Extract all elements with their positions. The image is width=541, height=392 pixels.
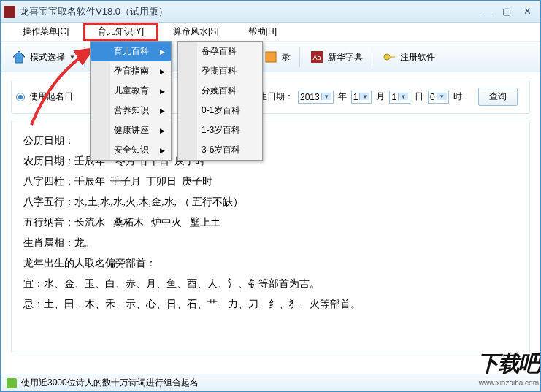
submenu2-item-childbirth[interactable]: 分娩百科 [178,81,262,101]
statusbar: 使用近3000位诗人的数十万诗词进行组合起名 [1,374,540,391]
menu-fortune[interactable]: 算命风水[S] [158,23,234,41]
home-icon [11,49,27,65]
month-select[interactable]: 1▼ [351,91,372,104]
submenu2-item-1-3[interactable]: 1-3岁百科 [178,120,262,140]
toolbar-separator [84,47,85,67]
chevron-right-icon: ▶ [160,88,165,95]
menubar: 操作菜单[C] 育儿知识[Y] 算命风水[S] 帮助[H] [1,23,540,42]
submenu-item-nutrition[interactable]: 营养知识▶ [91,101,171,120]
submenu2-item-3-6[interactable]: 3-6岁百科 [178,140,262,160]
submenu-encyclopedia: 备孕百科 孕期百科 分娩百科 0-1岁百科 1-3岁百科 3-6岁百科 [177,41,263,161]
close-button[interactable]: ✕ [517,4,537,19]
submenu-item-child-education[interactable]: 儿童教育▶ [91,81,171,101]
chevron-right-icon: ▶ [160,127,165,134]
chevron-right-icon: ▶ [160,107,165,115]
result-line: 宜：水、金、玉、白、赤、月、鱼、酉、人、氵、钅等部首为吉。 [23,274,518,294]
submenu-item-pregnancy-guide[interactable]: 孕育指南▶ [91,61,171,81]
filter-row: 使用起名日 出生日期： 2013▼ 年 1▼ 月 1▼ 日 0▼ 时 查询 [11,80,530,114]
titlebar: 龙喜宝宝取名软件V18.0（试用版） — ▢ ✕ [1,1,540,23]
submenu-item-health-lecture[interactable]: 健康讲座▶ [91,120,171,140]
svg-text:Aa: Aa [312,54,321,61]
result-line: 龙年出生的人取名偏旁部首： [23,253,518,274]
chevron-right-icon: ▶ [160,147,165,154]
svg-rect-4 [389,56,395,58]
chevron-down-icon: ▼ [398,93,408,100]
minimize-button[interactable]: — [476,4,496,19]
submenu-parenting: 育儿百科▶ 孕育指南▶ 儿童教育▶ 营养知识▶ 健康讲座▶ 安全知识▶ [90,41,172,161]
svg-rect-0 [266,52,276,62]
result-line: 忌：土、田、木、禾、示、心、日、石、艹、力、刀、纟、犭、火等部首。 [23,294,518,315]
result-line: 八字五行：水,土,水,水,火,木,金,水, （ 五行不缺） [23,192,518,212]
chevron-down-icon: ▼ [321,93,331,100]
use-date-radio[interactable] [16,93,25,101]
result-line: 生肖属相：龙。 [23,233,518,253]
xinhua-dict-button[interactable]: Aa 新华字典 [303,47,369,67]
hour-select[interactable]: 0▼ [428,91,449,104]
submenu2-item-prepregnancy[interactable]: 备孕百科 [178,42,262,61]
status-icon [7,378,17,388]
window-controls: — ▢ ✕ [476,4,537,19]
window-title: 龙喜宝宝取名软件V18.0（试用版） [20,5,476,18]
chevron-right-icon: ▶ [160,68,165,75]
year-select[interactable]: 2013▼ [298,91,334,104]
chevron-down-icon: ▼ [437,93,447,100]
submenu2-item-0-1[interactable]: 0-1岁百科 [178,101,262,120]
toolbar: 模式选择 ▼ 录 Aa 新华字典 注册软件 [1,42,540,72]
watermark: 下载吧 www.xiazaiba.com [477,349,539,387]
day-select[interactable]: 1▼ [389,91,410,104]
key-icon [381,49,397,65]
book-icon [263,49,279,65]
content-area: 使用起名日 出生日期： 2013▼ 年 1▼ 月 1▼ 日 0▼ 时 查询 公历… [1,72,540,361]
status-text: 使用近3000位诗人的数十万诗词进行组合起名 [21,377,199,389]
result-line: 八字四柱：壬辰年 壬子月 丁卯日 庚子时 [23,172,518,192]
mode-select-button[interactable]: 模式选择 ▼ [5,47,81,67]
toolbar-separator [372,47,372,67]
svg-point-3 [384,54,390,60]
use-date-label: 使用起名日 [29,91,73,103]
submenu-item-encyclopedia[interactable]: 育儿百科▶ [91,42,171,61]
chevron-down-icon: ▼ [69,54,75,61]
menu-operations[interactable]: 操作菜单[C] [8,23,83,41]
register-button[interactable]: 注册软件 [375,47,441,67]
submenu2-item-pregnancy[interactable]: 孕期百科 [178,61,262,81]
toolbar-separator [299,47,300,67]
query-button[interactable]: 查询 [478,88,518,106]
submenu-item-safety[interactable]: 安全知识▶ [91,140,171,160]
menu-parenting[interactable]: 育儿知识[Y] [83,23,158,41]
dictionary-icon: Aa [309,49,325,65]
app-window: 龙喜宝宝取名软件V18.0（试用版） — ▢ ✕ 操作菜单[C] 育儿知识[Y]… [0,0,541,392]
chevron-down-icon: ▼ [359,93,369,100]
result-panel: 公历日期： 农历日期：壬辰年 冬月 廿十日 庚子时 八字四柱：壬辰年 壬子月 丁… [11,120,530,353]
maximize-button[interactable]: ▢ [496,4,517,19]
menu-help[interactable]: 帮助[H] [234,23,291,41]
result-line: 五行纳音：长流水 桑柘木 炉中火 壁上土 [23,212,518,233]
app-icon [4,6,15,18]
chevron-right-icon: ▶ [160,48,165,55]
